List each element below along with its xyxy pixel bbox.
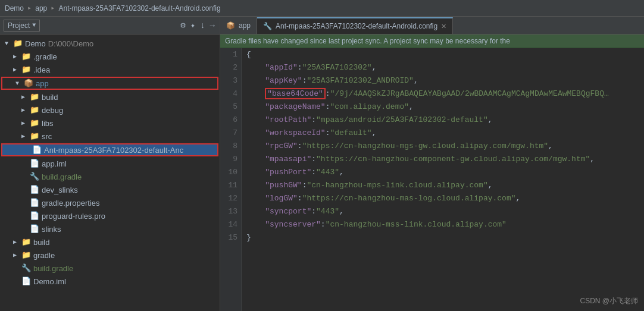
tree-item-slinks[interactable]: 📄 slinks — [0, 222, 220, 235]
tab-config-label: Ant-mpaas-25A3FA7102302-default-Android.… — [276, 22, 437, 30]
tree-item-debug[interactable]: ▶ 📁 debug — [0, 103, 220, 117]
code-line-8: "rpcGW":"https://cn-hangzhou-mgs-gw.clou… — [246, 140, 639, 153]
title-bar: Demo ▸ app ▸ Ant-mpaas-25A3FA7102302-def… — [0, 0, 644, 17]
label-gradle2: gradle — [33, 251, 55, 260]
tree-item-build2[interactable]: ▶ 📁 build — [0, 235, 220, 249]
label-demo-path: D:\000\Demo — [48, 39, 94, 48]
code-line-12: "logGW":"https://cn-hangzhou-mas-log.clo… — [246, 192, 639, 205]
collapse-icon[interactable]: ↓ — [199, 20, 206, 32]
folder-icon-gradle: 📁 — [21, 52, 31, 61]
tree-item-config[interactable]: 📄 Ant-mpaas-25A3FA7102302-default-Anc — [1, 143, 218, 156]
sync-icon[interactable]: ✦ — [189, 19, 196, 32]
gradle-icon-root: 🔧 — [21, 263, 31, 273]
sidebar-toolbar: ⚙ ✦ ↓ → — [179, 19, 216, 32]
sidebar-header: Project ▼ ⚙ ✦ ↓ → — [0, 17, 220, 34]
label-proguard: proguard-rules.pro — [42, 212, 105, 221]
tree-item-demo[interactable]: ▼ 📁 Demo D:\000\Demo — [0, 37, 220, 50]
editor-area: 📦 app 🔧 Ant-mpaas-25A3FA7102302-default-… — [220, 17, 644, 311]
tree-item-gradle[interactable]: ▶ 📁 .gradle — [0, 50, 220, 63]
code-line-6: "rootPath":"mpaas/android/25A3FA7102302-… — [246, 114, 639, 127]
file-icon-proguard: 📄 — [30, 211, 39, 221]
gradle-icon-build: 🔧 — [30, 172, 39, 181]
folder-icon-gradle2: 📁 — [21, 250, 31, 260]
arrow-demo: ▼ — [5, 40, 13, 47]
label-app-iml: app.iml — [42, 159, 67, 168]
label-demo: Demo — [25, 39, 46, 48]
code-line-15: } — [246, 231, 639, 244]
tree-item-dev-slinks[interactable]: 📄 dev_slinks — [0, 183, 220, 196]
code-line-3: "appKey":"25A3FA7102302_ANDROID", — [246, 74, 639, 87]
label-build2: build — [33, 238, 49, 247]
folder-icon-idea: 📁 — [21, 65, 31, 74]
label-build: build — [42, 93, 58, 102]
tree-item-gradle2[interactable]: ▶ 📁 gradle — [0, 249, 220, 262]
tree-item-idea[interactable]: ▶ 📁 .idea — [0, 63, 220, 76]
expand-icon[interactable]: → — [209, 20, 216, 32]
iml-icon: 📄 — [30, 159, 39, 168]
label-build-gradle2: build.gradle — [33, 264, 73, 273]
tree-item-libs[interactable]: ▶ 📁 libs — [0, 117, 220, 130]
tree-item-app-iml[interactable]: 📄 app.iml — [0, 157, 220, 170]
code-editor[interactable]: { "appId":"25A3FA7102302", "appKey":"25A… — [242, 48, 644, 311]
arrow-app: ▼ — [15, 80, 24, 87]
watermark: CSDN @小飞老师 — [580, 296, 638, 306]
label-demo-iml: Demo.iml — [33, 277, 66, 286]
title-sep2: ▸ — [51, 4, 55, 12]
arrow-src: ▶ — [21, 133, 30, 140]
tree-item-proguard[interactable]: 📄 proguard-rules.pro — [0, 209, 220, 222]
code-line-13: "syncport":"443", — [246, 205, 639, 218]
folder-icon-src: 📁 — [30, 131, 39, 141]
label-gradle: .gradle — [33, 52, 57, 61]
dropdown-arrow-icon: ▼ — [32, 22, 36, 29]
arrow-gradle2: ▶ — [13, 252, 21, 259]
tree-item-gradle-props[interactable]: 📄 gradle.properties — [0, 196, 220, 209]
label-config-file: Ant-mpaas-25A3FA7102302-default-Anc — [44, 146, 183, 155]
tree-item-build[interactable]: ▶ 📁 build — [0, 90, 220, 103]
tab-config[interactable]: 🔧 Ant-mpaas-25A3FA7102302-default-Androi… — [257, 17, 453, 34]
folder-icon-debug: 📁 — [30, 105, 39, 115]
label-app: app — [36, 79, 49, 88]
label-slinks: slinks — [42, 225, 61, 234]
file-icon-slinks: 📄 — [30, 224, 39, 234]
label-libs: libs — [42, 119, 54, 128]
tabs-bar: 📦 app 🔧 Ant-mpaas-25A3FA7102302-default-… — [220, 17, 644, 34]
line-numbers: 1 2 3 4 5 6 7 8 9 10 11 12 13 14 15 — [220, 48, 242, 311]
label-build-gradle: build.gradle — [42, 172, 82, 181]
module-icon-app: 📦 — [24, 78, 33, 88]
label-src: src — [42, 132, 52, 141]
tree-item-demo-iml[interactable]: 📄 Demo.iml — [0, 275, 220, 288]
tab-app[interactable]: 📦 app — [220, 17, 257, 34]
code-line-5: "packageName":"com.alipay.demo", — [246, 100, 639, 114]
label-debug: debug — [42, 106, 63, 115]
tab-app-icon: 📦 — [226, 21, 235, 30]
main-layout: Project ▼ ⚙ ✦ ↓ → ▼ 📁 Demo D:\000\Demo — [0, 17, 644, 311]
code-line-9: "mpaasapi":"https://cn-hangzhou-componen… — [246, 153, 639, 166]
folder-icon-libs: 📁 — [30, 118, 39, 128]
project-dropdown[interactable]: Project ▼ — [4, 20, 40, 32]
tree-item-src[interactable]: ▶ 📁 src — [0, 130, 220, 143]
arrow-build2: ▶ — [13, 238, 21, 246]
sync-notification: Gradle files have changed since last pro… — [220, 34, 644, 48]
tab-app-label: app — [239, 21, 251, 30]
code-line-10: "pushPort":"443", — [246, 166, 639, 179]
tab-close-icon[interactable]: ✕ — [441, 23, 446, 30]
project-dropdown-label: Project — [8, 21, 30, 30]
tree-item-app[interactable]: ▼ 📦 app — [1, 77, 218, 90]
arrow-debug: ▶ — [21, 106, 30, 114]
file-tree: ▼ 📁 Demo D:\000\Demo ▶ 📁 .gradle ▶ 📁 .id… — [0, 34, 220, 311]
tree-item-build-gradle2[interactable]: 🔧 build.gradle — [0, 262, 220, 275]
sync-message: Gradle files have changed since last pro… — [225, 37, 510, 45]
title-app: app — [35, 4, 47, 12]
code-line-1: { — [246, 48, 639, 61]
iml-icon-demo: 📄 — [21, 277, 31, 286]
tree-item-build-gradle[interactable]: 🔧 build.gradle — [0, 170, 220, 183]
label-dev-slinks: dev_slinks — [42, 186, 78, 194]
label-idea: .idea — [33, 65, 50, 74]
folder-icon-build2: 📁 — [21, 237, 31, 247]
code-line-2: "appId":"25A3FA7102302", — [246, 61, 639, 74]
settings-icon[interactable]: ⚙ — [179, 19, 186, 32]
arrow-gradle: ▶ — [13, 53, 21, 60]
arrow-idea: ▶ — [13, 66, 21, 73]
title-demo: Demo — [5, 4, 24, 12]
label-gradle-props: gradle.properties — [42, 199, 100, 208]
